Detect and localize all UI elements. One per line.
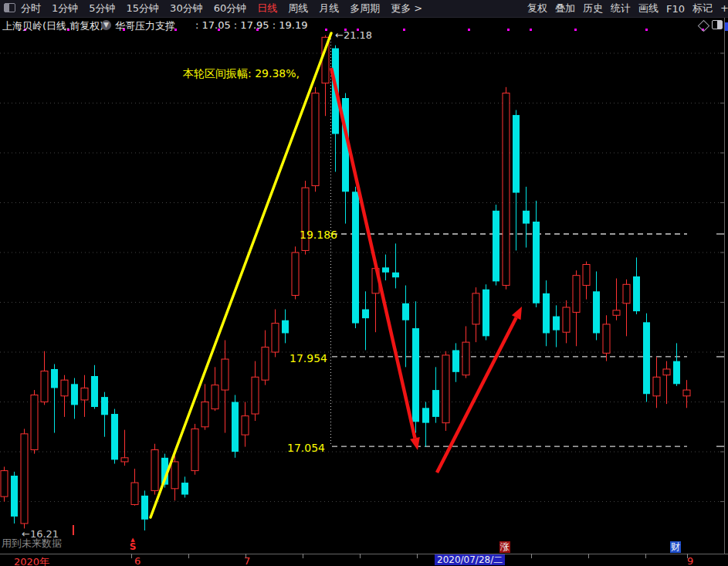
peak-price-label: ←21.18 bbox=[335, 29, 372, 41]
menu-item-日线[interactable]: 日线 bbox=[257, 2, 277, 15]
candle-body bbox=[452, 350, 459, 371]
candle-body bbox=[392, 273, 399, 277]
candle-body bbox=[272, 324, 279, 352]
candle-body bbox=[171, 462, 178, 489]
menu-item-60分钟[interactable]: 60分钟 bbox=[214, 2, 247, 15]
menu-item-周线[interactable]: 周线 bbox=[288, 2, 308, 15]
candle-body bbox=[282, 320, 289, 334]
axis-year-label: 2020年 bbox=[14, 555, 49, 566]
symbol-title: 上海贝岭(日线.前复权) bbox=[2, 19, 103, 33]
candle-body bbox=[81, 388, 88, 399]
magenta-dot bbox=[403, 29, 405, 31]
candle-body bbox=[252, 377, 259, 414]
sell-signal-marker: ▲ S bbox=[127, 537, 138, 551]
layout-toggle-icon[interactable] bbox=[712, 20, 723, 29]
magenta-dot bbox=[530, 29, 532, 31]
candle-body bbox=[71, 384, 78, 405]
magenta-dot bbox=[574, 29, 577, 31]
sell-signal-glyph: S bbox=[130, 541, 137, 552]
candle-body bbox=[262, 347, 269, 381]
candle-body bbox=[462, 342, 469, 375]
app-window: 分时1分钟5分钟15分钟30分钟60分钟日线周线月线多周期更多 > 复权叠加历史… bbox=[0, 0, 728, 566]
candle-body bbox=[472, 293, 479, 324]
candle-body bbox=[242, 416, 249, 436]
candlestick-chart[interactable] bbox=[0, 0, 728, 566]
candle-body bbox=[493, 211, 499, 282]
candle-body bbox=[503, 93, 510, 286]
menu-item-15分钟[interactable]: 15分钟 bbox=[127, 2, 160, 15]
menu-item-统计[interactable]: 统计 bbox=[611, 2, 631, 15]
candle-body bbox=[573, 276, 580, 313]
menu-item-复权[interactable]: 复权 bbox=[527, 2, 547, 15]
menu-item-1分钟[interactable]: 1分钟 bbox=[52, 2, 78, 15]
candle-body bbox=[593, 291, 600, 333]
candle-body bbox=[603, 324, 610, 353]
candle-body bbox=[212, 385, 218, 409]
candle-body bbox=[533, 222, 540, 303]
level-label-17054: 17.054 bbox=[287, 442, 325, 454]
candle-body bbox=[141, 496, 148, 520]
candle-body bbox=[583, 264, 590, 285]
candle-body bbox=[302, 188, 309, 250]
candle-body bbox=[352, 191, 359, 323]
cai-badge[interactable]: 财 bbox=[670, 541, 681, 553]
candle-body bbox=[292, 252, 299, 295]
candle-body bbox=[643, 322, 650, 394]
amplitude-label: 本轮区间振幅: 29.38%, bbox=[183, 67, 300, 81]
menu-item-历史[interactable]: 历史 bbox=[583, 2, 603, 15]
menu-item-叠加[interactable]: 叠加 bbox=[555, 2, 575, 15]
highlighted-date[interactable]: 2020/07/28/二 bbox=[435, 554, 505, 565]
candle-body bbox=[683, 390, 690, 396]
future-data-warning: 用到未来数据 bbox=[2, 537, 62, 551]
candle-body bbox=[563, 307, 570, 332]
candle-body bbox=[633, 276, 640, 311]
tools-menu: 复权叠加历史统计画线F10标记+自选 bbox=[527, 0, 728, 17]
menu-item-分时[interactable]: 分时 bbox=[21, 2, 41, 15]
candle-body bbox=[312, 93, 319, 186]
candle-body bbox=[101, 397, 108, 415]
menu-item-月线[interactable]: 月线 bbox=[319, 2, 339, 15]
candle-body bbox=[191, 429, 198, 470]
menu-item-30分钟[interactable]: 30分钟 bbox=[170, 2, 203, 15]
menu-item-+自选[interactable]: +自选 bbox=[720, 2, 728, 15]
menu-item-5分钟[interactable]: 5分钟 bbox=[89, 2, 115, 15]
candle-body bbox=[382, 267, 389, 272]
candle-body bbox=[51, 369, 58, 388]
candle-body bbox=[543, 293, 550, 334]
candle-body bbox=[232, 402, 239, 452]
menu-item-多周期[interactable]: 多周期 bbox=[350, 2, 380, 15]
candle-body bbox=[613, 310, 620, 315]
magenta-dot bbox=[645, 29, 648, 31]
candle-body bbox=[483, 290, 489, 337]
candle-body bbox=[623, 284, 630, 303]
candle-body bbox=[91, 376, 98, 407]
candle-body bbox=[362, 310, 369, 319]
candle-body bbox=[673, 361, 680, 385]
menu-item-F10[interactable]: F10 bbox=[666, 3, 685, 15]
menu-item-更多 >[interactable]: 更多 > bbox=[391, 2, 422, 15]
axis-month-6: 6 bbox=[134, 555, 141, 566]
menu-item-标记[interactable]: 标记 bbox=[692, 2, 713, 15]
candle-body bbox=[31, 395, 38, 450]
candle-body bbox=[61, 380, 68, 396]
level-label-17954: 17.954 bbox=[290, 352, 327, 364]
top-menubar: 分时1分钟5分钟15分钟30分钟60分钟日线周线月线多周期更多 > 复权叠加历史… bbox=[0, 0, 728, 18]
menu-item-画线[interactable]: 画线 bbox=[638, 2, 659, 15]
magenta-dot bbox=[325, 29, 327, 31]
indicator-name[interactable]: 华哥压力支撑 bbox=[115, 19, 175, 33]
period-tabs: 分时1分钟5分钟15分钟30分钟60分钟日线周线月线多周期更多 > bbox=[21, 0, 422, 17]
candle-body bbox=[523, 211, 530, 224]
zhang-badge[interactable]: 涨 bbox=[499, 541, 510, 553]
candle-body bbox=[111, 414, 118, 459]
candle-body bbox=[513, 115, 520, 193]
red-tick-mark bbox=[73, 525, 74, 535]
candle-body bbox=[663, 369, 670, 375]
arrow-head bbox=[410, 437, 420, 450]
candle-body bbox=[11, 476, 18, 517]
candle-body bbox=[553, 317, 560, 330]
candle-body bbox=[21, 434, 28, 524]
window-panel-icon[interactable] bbox=[4, 3, 15, 12]
candle-body bbox=[412, 328, 419, 422]
axis-month-7: 7 bbox=[244, 555, 250, 566]
chevron-down-icon[interactable]: ▼ bbox=[101, 20, 111, 30]
